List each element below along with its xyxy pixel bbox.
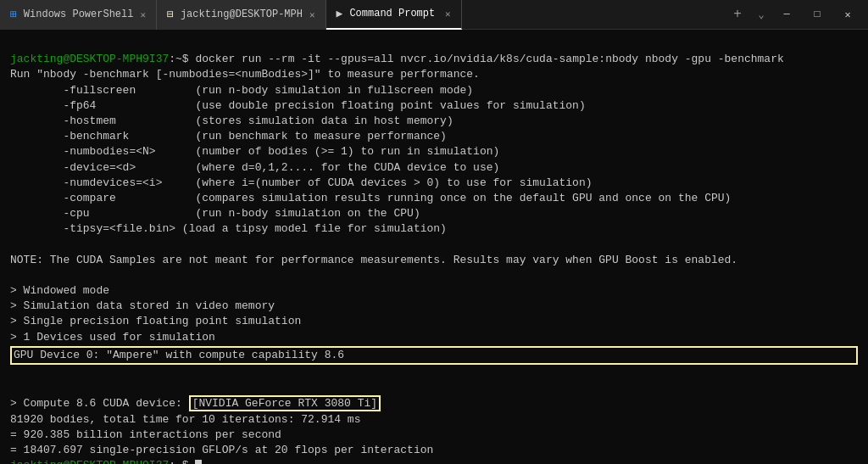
output-video-mem: > Simulation data stored in video memory: [10, 299, 275, 312]
output-line-3: -fp64 (use double precision floating poi…: [10, 99, 586, 112]
gpu-device-highlighted: GPU Device 0: "Ampere" with compute capa…: [10, 346, 858, 365]
cmdprompt-tab-close[interactable]: ✕: [445, 8, 451, 20]
tab-dropdown-button[interactable]: ⌄: [749, 3, 773, 26]
output-gflops: = 18407.697 single-precision GFLOP/s at …: [10, 444, 433, 456]
powershell-tab-close[interactable]: ✕: [140, 9, 146, 20]
output-note: NOTE: The CUDA Samples are not meant for…: [10, 254, 737, 266]
cmdprompt-tab-label: Command Prompt: [349, 8, 435, 20]
output-line-1: Run "nbody -benchmark [-numbodies=<numBo…: [10, 68, 480, 81]
minimize-button[interactable]: —: [773, 3, 800, 26]
prompt-line: jackting@DESKTOP-MPH9I37:~$ docker run -…: [10, 53, 784, 65]
output-line-7: -device=<d> (where d=0,1,2.... for the C…: [10, 161, 499, 174]
output-line-2: -fullscreen (run n-body simulation in fu…: [10, 84, 473, 97]
final-prompt-user: jackting@DESKTOP-MPH9I37: [10, 459, 169, 464]
output-compute: > Compute 8.6 CUDA device: [NVIDIA GeFor…: [10, 395, 381, 411]
final-prompt: jackting@DESKTOP-MPH9I37:~$: [10, 459, 202, 464]
prompt-symbol: :~$: [169, 53, 195, 65]
powershell-tab-label: Windows PowerShell: [24, 8, 134, 20]
tab-cmdprompt[interactable]: ▶ Command Prompt ✕: [326, 0, 462, 30]
close-button[interactable]: ✕: [834, 3, 861, 26]
window-controls: — □ ✕: [773, 3, 868, 26]
output-line-9: -compare (compares simulation results ru…: [10, 192, 731, 204]
tab-jackting[interactable]: ⊟ jackting@DESKTOP-MPH ✕: [157, 0, 326, 30]
app-window: ⊞ Windows PowerShell ✕ ⊟ jackting@DESKTO…: [0, 0, 868, 464]
new-tab-button[interactable]: +: [726, 3, 749, 26]
output-interactions: = 920.385 billion interactions per secon…: [10, 428, 281, 441]
output-line-6: -numbodies=<N> (number of bodies (>= 1) …: [10, 145, 499, 158]
output-line-4: -hostmem (stores simulation data in host…: [10, 115, 453, 127]
output-devices: > 1 Devices used for simulation: [10, 331, 215, 344]
output-line-5: -benchmark (run benchmark to measure per…: [10, 130, 447, 143]
jackting-tab-close[interactable]: ✕: [309, 9, 315, 20]
tab-powershell[interactable]: ⊞ Windows PowerShell ✕: [0, 0, 157, 30]
powershell-tab-icon: ⊞: [10, 8, 17, 21]
prompt-user: jackting@DESKTOP-MPH9I37: [10, 53, 169, 65]
final-prompt-symbol: :~$: [169, 459, 195, 464]
jackting-tab-icon: ⊟: [167, 8, 174, 21]
terminal-cursor: [195, 460, 202, 464]
maximize-button[interactable]: □: [804, 3, 831, 26]
title-bar: ⊞ Windows PowerShell ✕ ⊟ jackting@DESKTO…: [0, 0, 868, 30]
output-line-8: -numdevices=<i> (where i=(number of CUDA…: [10, 176, 593, 189]
output-fp-sim: > Single precision floating point simula…: [10, 315, 301, 327]
terminal-output[interactable]: jackting@DESKTOP-MPH9I37:~$ docker run -…: [0, 30, 868, 464]
output-line-10: -cpu (run n-body simulation on the CPU): [10, 207, 420, 220]
output-line-11: -tipsy=<file.bin> (load a tipsy model fi…: [10, 222, 447, 235]
jackting-tab-label: jackting@DESKTOP-MPH: [181, 8, 303, 20]
cmdprompt-tab-icon: ▶: [337, 7, 343, 20]
output-bodies: 81920 bodies, total time for 10 iteratio…: [10, 413, 360, 426]
command-text: docker run --rm -it --gpus=all nvcr.io/n…: [195, 53, 783, 65]
output-windowed: > Windowed mode: [10, 284, 109, 297]
